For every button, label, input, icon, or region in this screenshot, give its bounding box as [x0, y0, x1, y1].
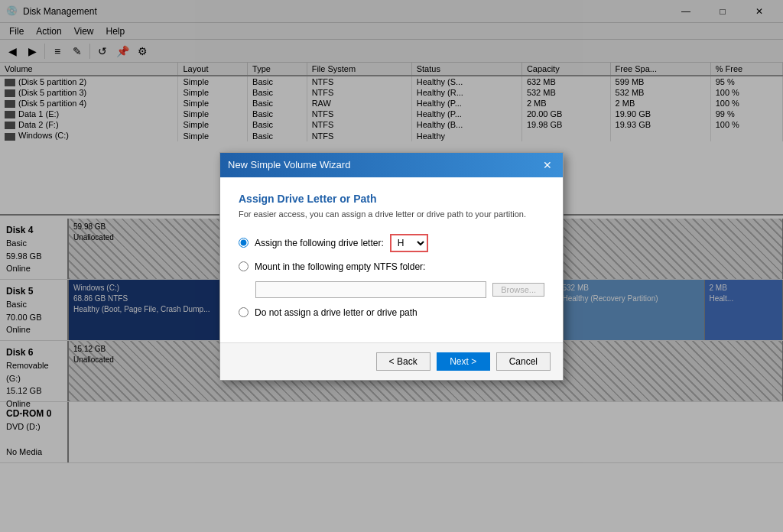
back-button[interactable]: < Back — [376, 352, 430, 371]
modal-footer: < Back Next > Cancel — [220, 342, 563, 380]
radio-row-2: Mount in the following empty NTFS folder… — [239, 261, 544, 272]
radio-no-letter-label[interactable]: Do not assign a drive letter or drive pa… — [255, 307, 417, 318]
ntfs-path-input[interactable] — [255, 281, 486, 298]
modal-body: Assign Drive Letter or Path For easier a… — [220, 177, 563, 342]
ntfs-path-row: Browse... — [239, 281, 544, 298]
browse-button[interactable]: Browse... — [492, 283, 544, 297]
radio-row-3: Do not assign a drive letter or drive pa… — [239, 307, 544, 318]
modal-overlay: New Simple Volume Wizard ✕ Assign Drive … — [0, 0, 783, 532]
cancel-button[interactable]: Cancel — [496, 352, 551, 371]
radio-assign-letter[interactable] — [239, 238, 249, 248]
modal-subtext: For easier access, you can assign a driv… — [239, 209, 544, 219]
modal-title: New Simple Volume Wizard — [228, 159, 540, 170]
radio-mount-ntfs-label[interactable]: Mount in the following empty NTFS folder… — [255, 261, 425, 272]
drive-letter-select[interactable]: H I J K — [390, 234, 428, 252]
modal-close-button[interactable]: ✕ — [540, 157, 555, 173]
radio-assign-letter-label[interactable]: Assign the following drive letter: — [255, 238, 384, 248]
wizard-modal: New Simple Volume Wizard ✕ Assign Drive … — [219, 152, 564, 381]
radio-no-letter[interactable] — [239, 307, 249, 317]
radio-row-1: Assign the following drive letter: H I J… — [239, 234, 544, 252]
radio-mount-ntfs[interactable] — [239, 261, 249, 271]
next-button[interactable]: Next > — [437, 352, 490, 371]
modal-heading: Assign Drive Letter or Path — [239, 193, 544, 205]
modal-title-bar: New Simple Volume Wizard ✕ — [220, 153, 563, 177]
